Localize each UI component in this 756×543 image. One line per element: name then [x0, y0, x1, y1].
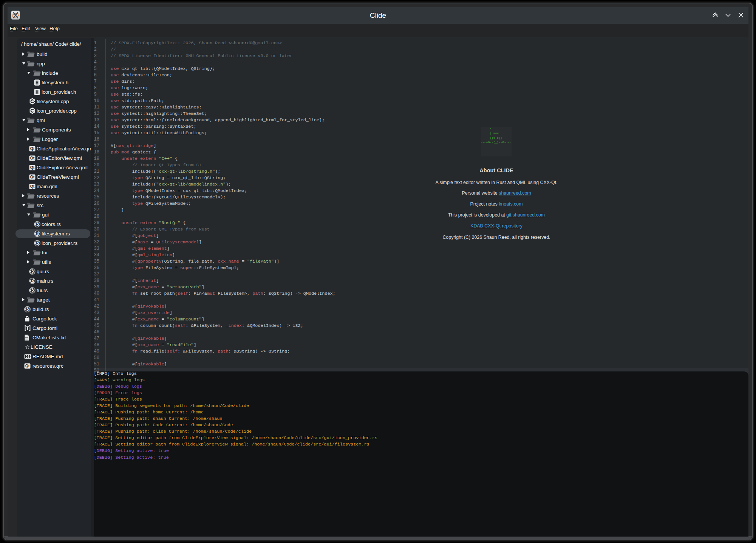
svg-text:R: R — [31, 288, 34, 292]
svg-text:R: R — [26, 307, 29, 311]
svg-text:R: R — [31, 278, 34, 283]
svg-text:Qt: Qt — [30, 184, 35, 189]
svg-text:R: R — [31, 269, 34, 274]
svg-text:R: R — [36, 222, 39, 226]
svg-text:Qt: Qt — [30, 175, 35, 179]
svg-text:R: R — [36, 241, 39, 245]
svg-text:Qt: Qt — [30, 156, 35, 160]
svg-text:Qt: Qt — [30, 146, 35, 151]
svg-text:Qt: Qt — [30, 165, 35, 170]
svg-text:Qt: Qt — [25, 364, 30, 368]
svg-text:R: R — [36, 231, 39, 236]
